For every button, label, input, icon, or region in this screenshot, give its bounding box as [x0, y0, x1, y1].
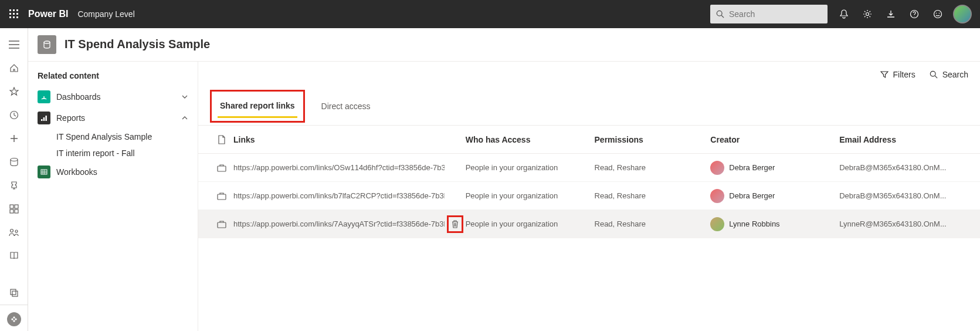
goals-icon[interactable] — [0, 174, 28, 197]
report-icon — [38, 112, 50, 124]
row-creator: Debra Berger — [710, 189, 839, 203]
apps-icon[interactable] — [0, 197, 28, 221]
col-access-header[interactable]: Who has Access — [466, 135, 595, 144]
creator-avatar — [710, 189, 724, 203]
global-header: Power BI Company Level — [0, 0, 980, 28]
row-email: DebraB@M365x643180.OnM... — [839, 191, 968, 200]
learn-icon[interactable] — [0, 244, 28, 268]
help-icon[interactable] — [903, 0, 926, 28]
row-email: DebraB@M365x643180.OnM... — [839, 163, 968, 172]
table-row[interactable]: https://app.powerbi.com/links/b7lfaC2RCP… — [198, 182, 980, 210]
current-workspace-icon[interactable] — [7, 312, 21, 326]
col-creator-header[interactable]: Creator — [710, 135, 839, 144]
svg-rect-27 — [41, 119, 43, 121]
report-item[interactable]: IT Spend Analysis Sample — [33, 129, 193, 145]
row-perm: Read, Reshare — [595, 191, 711, 200]
table-row[interactable]: https://app.powerbi.com/links/OSw114d6hf… — [198, 154, 980, 182]
svg-line-10 — [721, 15, 724, 18]
tab-direct-access[interactable]: Direct access — [319, 96, 373, 117]
related-panel: Related content Dashboards Reports IT Sp… — [28, 62, 198, 331]
global-search-input[interactable] — [729, 9, 811, 19]
svg-line-32 — [935, 76, 937, 78]
page-header: IT Spend Analysis Sample — [28, 28, 980, 61]
search-label: Search — [942, 70, 968, 79]
svg-point-17 — [11, 158, 18, 161]
row-creator: Lynne Robbins — [710, 217, 839, 231]
group-reports-label: Reports — [56, 113, 181, 123]
col-links-header[interactable]: Links — [233, 135, 445, 144]
svg-rect-1 — [13, 9, 15, 11]
svg-point-15 — [939, 13, 940, 14]
creator-avatar — [710, 161, 724, 175]
group-workbooks-label: Workbooks — [56, 167, 188, 177]
group-dashboards[interactable]: Dashboards — [33, 86, 193, 107]
svg-point-14 — [936, 13, 937, 14]
link-url: https://app.powerbi.com/links/7AayyqATSr… — [233, 219, 445, 228]
link-url: https://app.powerbi.com/links/b7lfaC2RCP… — [233, 191, 445, 200]
recent-icon[interactable] — [0, 103, 28, 127]
tab-bar: Shared report links Direct access — [198, 87, 980, 126]
group-workbooks[interactable]: Workbooks — [33, 161, 193, 183]
link-url: https://app.powerbi.com/links/OSw114d6hf… — [233, 163, 445, 172]
download-icon[interactable] — [879, 0, 903, 28]
tab-shared-links[interactable]: Shared report links — [218, 95, 297, 118]
svg-rect-30 — [41, 170, 47, 174]
app-launcher-icon[interactable] — [5, 5, 23, 23]
row-email: LynneR@M365x643180.OnM... — [839, 219, 968, 228]
col-email-header[interactable]: Email Address — [839, 135, 968, 144]
feedback-icon[interactable] — [926, 0, 950, 28]
svg-rect-20 — [10, 210, 13, 213]
related-heading: Related content — [33, 69, 193, 86]
svg-point-23 — [15, 230, 18, 232]
link-type-icon — [210, 164, 233, 172]
home-icon[interactable] — [0, 56, 28, 80]
settings-icon[interactable] — [856, 0, 879, 28]
workspace-context[interactable]: Company Level — [77, 9, 134, 19]
report-item[interactable]: IT interim report - Fall — [33, 145, 193, 161]
links-table: Links Who has Access Permissions Creator… — [198, 126, 980, 238]
chevron-up-icon — [181, 114, 188, 121]
svg-point-31 — [930, 71, 935, 76]
svg-rect-0 — [9, 9, 11, 11]
nav-toggle-icon[interactable] — [0, 33, 28, 56]
favorites-icon[interactable] — [0, 80, 28, 103]
table-row[interactable]: https://app.powerbi.com/links/7AayyqATSr… — [198, 210, 980, 238]
svg-rect-35 — [218, 222, 226, 228]
svg-rect-7 — [13, 16, 15, 18]
brand-label[interactable]: Power BI — [28, 9, 68, 19]
global-search[interactable] — [710, 5, 828, 23]
svg-rect-33 — [218, 166, 226, 171]
group-dashboards-label: Dashboards — [56, 92, 181, 102]
svg-rect-8 — [16, 16, 18, 18]
datasets-icon[interactable] — [0, 150, 28, 174]
filters-button[interactable]: Filters — [880, 70, 915, 79]
svg-rect-6 — [9, 16, 11, 18]
svg-point-11 — [866, 13, 869, 16]
table-header: Links Who has Access Permissions Creator… — [198, 126, 980, 154]
dataset-type-icon — [38, 35, 56, 54]
workspaces-icon[interactable] — [0, 281, 28, 305]
delete-icon[interactable] — [451, 219, 459, 229]
row-access: People in your organization — [466, 191, 595, 200]
create-icon[interactable] — [0, 127, 28, 150]
svg-rect-3 — [9, 13, 11, 15]
notifications-icon[interactable] — [832, 0, 856, 28]
search-button[interactable]: Search — [930, 70, 968, 79]
group-reports[interactable]: Reports — [33, 107, 193, 129]
shared-icon[interactable] — [0, 221, 28, 244]
svg-point-9 — [717, 11, 722, 16]
filters-label: Filters — [893, 70, 915, 79]
content-toolbar: Filters Search — [198, 62, 980, 87]
dashboard-icon — [38, 90, 50, 103]
svg-rect-5 — [16, 13, 18, 15]
col-type-icon — [210, 135, 233, 144]
svg-rect-2 — [16, 9, 18, 11]
filter-icon — [880, 70, 889, 79]
svg-rect-25 — [12, 291, 18, 296]
col-perm-header[interactable]: Permissions — [595, 135, 711, 144]
creator-avatar — [710, 217, 724, 231]
work-area: Filters Search Shared report links Direc… — [198, 62, 980, 331]
row-access: People in your organization — [466, 219, 595, 228]
user-avatar[interactable] — [953, 5, 972, 23]
svg-rect-28 — [43, 117, 45, 121]
